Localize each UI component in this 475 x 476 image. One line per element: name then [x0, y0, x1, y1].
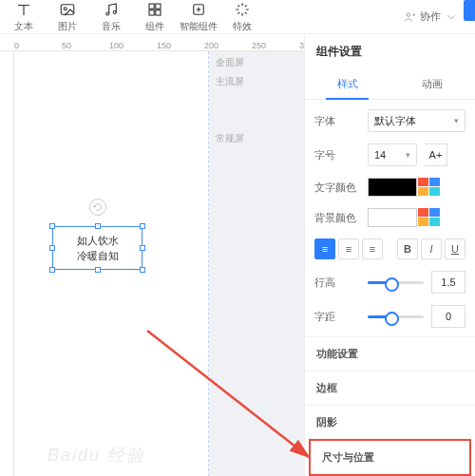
resize-handle[interactable]	[95, 223, 101, 229]
letterspacing-value[interactable]: 0	[431, 305, 466, 328]
resize-handle[interactable]	[49, 245, 55, 251]
ruler-vertical	[0, 51, 14, 476]
chevron-down-icon	[445, 10, 458, 24]
resize-handle[interactable]	[140, 245, 145, 251]
bg-color-picker[interactable]	[368, 208, 440, 227]
resize-handle[interactable]	[95, 267, 101, 273]
font-select[interactable]: 默认字体	[368, 109, 466, 132]
tool-image[interactable]: 图片	[46, 0, 89, 33]
tab-animation[interactable]: 动画	[390, 69, 476, 99]
bold-button[interactable]: B	[397, 238, 418, 259]
svg-rect-6	[149, 10, 154, 14]
section-size-position[interactable]: 尺寸与位置	[309, 439, 471, 476]
tool-smart-component[interactable]: 智能组件	[177, 0, 220, 33]
properties-panel: 组件设置 样式 动画 字体默认字体 字号14A+ 文字颜色 背景颜色	[304, 34, 475, 476]
tab-style[interactable]: 样式	[305, 69, 390, 99]
align-center-button[interactable]: ≡	[338, 238, 359, 259]
section-shadow[interactable]: 阴影	[305, 405, 475, 439]
fontsize-step-up[interactable]: A+	[425, 143, 447, 166]
screen-size-labels: 全面屏 主流屏 常规屏	[216, 53, 244, 148]
svg-rect-5	[156, 4, 161, 9]
resize-handle[interactable]	[140, 267, 145, 273]
svg-point-9	[407, 12, 410, 15]
tool-music[interactable]: 音乐	[89, 0, 133, 33]
resize-handle[interactable]	[49, 223, 55, 229]
fontsize-select[interactable]: 14	[368, 143, 417, 166]
primary-action-button[interactable]	[464, 0, 475, 21]
resize-handle[interactable]	[140, 223, 145, 229]
align-left-button[interactable]: ≡	[314, 238, 335, 259]
svg-rect-4	[149, 4, 154, 9]
section-function[interactable]: 功能设置	[305, 336, 475, 371]
top-toolbar: 文本 图片 音乐 组件 智能组件 特效 协作	[0, 0, 475, 34]
svg-point-3	[113, 10, 116, 13]
text-color-picker[interactable]	[368, 178, 440, 197]
lineheight-value[interactable]: 1.5	[431, 271, 466, 294]
letterspacing-slider[interactable]	[368, 315, 424, 318]
underline-button[interactable]: U	[445, 238, 466, 259]
lineheight-slider[interactable]	[368, 281, 424, 284]
tool-effect[interactable]: 特效	[220, 0, 264, 33]
tool-component[interactable]: 组件	[133, 0, 177, 33]
watermark: Baidu 经验	[48, 444, 145, 466]
italic-button[interactable]: I	[421, 238, 442, 259]
tool-text[interactable]: 文本	[2, 0, 46, 33]
svg-rect-7	[156, 10, 161, 14]
user-plus-icon	[403, 10, 416, 24]
ruler-horizontal: 050100150200250300	[0, 34, 304, 51]
canvas-area[interactable]: 050100150200250300 全面屏 主流屏 常规屏 如人饮水 冷暖自知	[0, 34, 304, 476]
panel-title: 组件设置	[305, 34, 475, 69]
section-border[interactable]: 边框	[305, 371, 475, 405]
svg-point-1	[64, 7, 66, 10]
collab-button[interactable]: 协作	[403, 0, 464, 33]
rotate-handle[interactable]	[89, 199, 106, 216]
resize-handle[interactable]	[49, 267, 55, 273]
align-right-button[interactable]: ≡	[362, 238, 383, 259]
svg-point-2	[106, 12, 109, 15]
selected-text-component[interactable]: 如人饮水 冷暖自知	[52, 226, 142, 270]
